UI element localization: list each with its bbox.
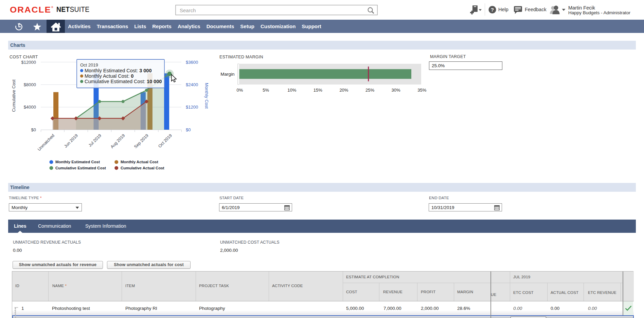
svg-text:$1200: $1200: [186, 105, 198, 110]
svg-text:25%: 25%: [365, 88, 374, 93]
svg-text:20%: 20%: [339, 88, 348, 93]
svg-text:Monthly Actual Cost: Monthly Actual Cost: [121, 160, 158, 164]
svg-text:$12000: $12000: [21, 60, 36, 65]
svg-text:Jul 2019: Jul 2019: [88, 133, 102, 148]
svg-text:Monthly Cost: Monthly Cost: [204, 83, 209, 109]
svg-text:5%: 5%: [263, 88, 269, 93]
svg-text:ESTIMATED MARGIN: ESTIMATED MARGIN: [219, 55, 263, 59]
svg-text:0%: 0%: [237, 88, 243, 93]
svg-text:$0: $0: [31, 127, 36, 132]
svg-text:Oct 2019: Oct 2019: [80, 62, 98, 68]
svg-text:35%: 35%: [417, 88, 426, 93]
svg-text:Monthly Actual Cost: 0: Monthly Actual Cost: 0: [85, 73, 133, 79]
svg-text:COST CHART: COST CHART: [10, 55, 38, 59]
svg-text:Sep 2019: Sep 2019: [133, 133, 149, 149]
svg-text:Unmatched: Unmatched: [37, 133, 55, 152]
svg-text:Cumulative Estimated Cost: Cumulative Estimated Cost: [55, 166, 106, 170]
svg-text:Monthly Estimated Cost: 3 000: Monthly Estimated Cost: 3 000: [85, 68, 151, 73]
svg-text:Cumulative Estimated Cost: 10: Cumulative Estimated Cost: 10 000: [85, 79, 162, 84]
svg-text:Aug 2019: Aug 2019: [110, 133, 126, 149]
svg-text:10%: 10%: [287, 88, 296, 93]
svg-text:$2400: $2400: [186, 82, 198, 87]
svg-text:$3600: $3600: [186, 60, 198, 65]
svg-text:Margin: Margin: [220, 72, 234, 77]
svg-text:Cumulative Cost: Cumulative Cost: [11, 79, 16, 112]
svg-text:30%: 30%: [392, 88, 400, 93]
svg-text:Jun 2019: Jun 2019: [63, 133, 79, 149]
svg-text:$0: $0: [186, 127, 191, 132]
svg-text:Cumulative Actual Cost: Cumulative Actual Cost: [121, 166, 164, 170]
svg-text:15%: 15%: [314, 88, 322, 93]
svg-text:Oct 2019: Oct 2019: [157, 133, 173, 149]
svg-text:?: ?: [491, 7, 494, 13]
svg-text:$8000: $8000: [24, 82, 36, 87]
svg-text:$4000: $4000: [24, 105, 36, 110]
svg-text:Monthly Estimated Cost: Monthly Estimated Cost: [55, 160, 100, 164]
